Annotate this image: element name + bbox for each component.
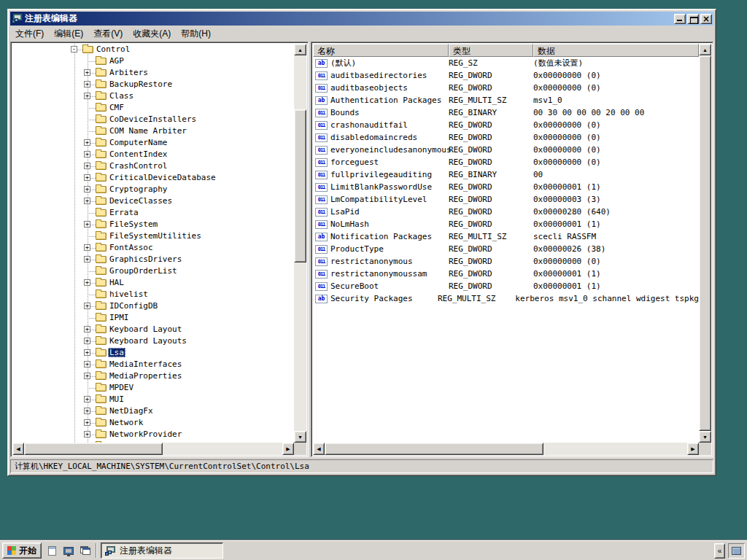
tree-expander-computername[interactable]: + [84,139,90,146]
tree-item-hal[interactable]: HAL [108,278,125,287]
quick-launch-icon-1[interactable] [45,544,58,557]
tree-item-com-name-arbiter[interactable]: COM Name Arbiter [108,126,188,136]
tree-item-hivelist[interactable]: hivelist [108,289,150,299]
tree-item-keyboard-layouts[interactable]: Keyboard Layouts [108,336,188,346]
column-header-data[interactable]: 数据 [533,44,699,57]
tree-horizontal-scrollbar[interactable]: ◀ ▶ [12,443,294,455]
tree-expander-crashcontrol[interactable]: + [84,163,90,169]
tree-item-arbiters[interactable]: Arbiters [108,68,150,77]
maximize-button[interactable] [687,14,699,24]
tree-expander-netdiagfx[interactable]: + [84,408,90,414]
tree-item-errata[interactable]: Errata [108,208,140,217]
tree-item-deviceclasses[interactable]: DeviceClasses [108,196,174,206]
tree-item-grouporderlist[interactable]: GroupOrderList [108,266,179,276]
tree-expander-cryptography[interactable]: + [84,186,90,192]
tree-expander-graphicsdrivers[interactable]: + [84,256,90,262]
tree-expander-keyboard-layouts[interactable]: + [84,338,90,344]
menu-item-view[interactable]: 查看(V) [88,26,128,42]
value-row-restrictanonymoussam[interactable]: 011restrictanonymoussamREG_DWORD0x000000… [313,268,699,280]
tree-item-class[interactable]: Class [108,91,135,101]
scroll-left-arrow-icon[interactable]: ◀ [313,443,325,455]
value-row-lsapid[interactable]: 011LsaPidREG_DWORD0x00000280 (640) [313,206,699,218]
tree-expander-deviceclasses[interactable]: + [84,198,90,204]
tree-expander-lsa[interactable]: + [84,349,90,356]
menu-item-edit[interactable]: 编辑(E) [49,26,88,42]
start-button[interactable]: 开始 [2,542,42,559]
value-row-auditbaseobjects[interactable]: 011auditbaseobjectsREG_DWORD0x00000000 (… [313,82,699,94]
scroll-up-arrow-icon[interactable]: ▲ [699,44,711,55]
tree-expander-criticaldevicedatabase[interactable]: + [84,174,90,181]
tree-expander-mui[interactable]: + [84,396,90,402]
tree-expander-class[interactable]: + [84,93,90,99]
tree-item-keyboard-layout[interactable]: Keyboard Layout [108,324,183,334]
tree-item-contentindex[interactable]: ContentIndex [108,149,169,159]
tree-item-backuprestore[interactable]: BackupRestore [108,79,174,89]
value-row-lmcompatibilitylevel[interactable]: 011LmCompatibilityLevelREG_DWORD0x000000… [313,193,699,206]
menu-item-favorites[interactable]: 收藏夹(A) [128,26,176,42]
tree-item-mpdev[interactable]: MPDEV [108,383,135,392]
list-hscroll-thumb[interactable] [325,443,543,455]
tree-item-ipmi[interactable]: IPMI [108,313,131,322]
tree-expander-mediainterfaces[interactable]: + [84,361,90,368]
tree-expander-mediaproperties[interactable]: + [84,373,90,379]
scroll-left-arrow-icon[interactable]: ◀ [12,443,24,455]
value-row-restrictanonymous[interactable]: 011restrictanonymousREG_DWORD0x00000000 … [313,255,699,268]
tree-item-lsa[interactable]: Lsa [108,348,125,357]
value-row-everyoneincludesanonymous[interactable]: 011everyoneincludesanonymousREG_DWORD0x0… [313,144,699,156]
tree-item-cmf[interactable]: CMF [108,103,125,112]
tree-item-codeviceinstallers[interactable]: CoDeviceInstallers [108,114,198,124]
tree-item-graphicsdrivers[interactable]: GraphicsDrivers [108,254,183,264]
tree-expander-filesystem[interactable]: + [84,221,90,228]
value-row-bounds[interactable]: 011BoundsREG_BINARY00 30 00 00 00 20 00 … [313,106,699,119]
value-row-[interactable]: ab(默认)REG_SZ(数值未设置) [313,57,699,69]
tree-item-fontassoc[interactable]: FontAssoc [108,243,155,252]
tree-expander-hal[interactable]: + [84,279,90,286]
value-row-auditbasedirectories[interactable]: 011auditbasedirectoriesREG_DWORD0x000000… [313,69,699,82]
list-horizontal-scrollbar[interactable]: ◀ ▶ [313,443,699,455]
value-row-notification-packages[interactable]: abNotification PackagesREG_MULTI_SZscecl… [313,230,699,243]
column-header-name[interactable]: 名称 [313,44,449,57]
notification-chevron-icon[interactable]: « [714,543,725,559]
tree-vscroll-thumb[interactable] [294,109,306,262]
value-row-forceguest[interactable]: 011forceguestREG_DWORD0x00000000 (0) [313,156,699,168]
taskbar-task-regedit[interactable]: 注册表编辑器 [101,542,223,559]
value-row-limitblankpassworduse[interactable]: 011LimitBlankPasswordUseREG_DWORD0x00000… [313,181,699,193]
scroll-right-arrow-icon[interactable]: ▶ [687,443,699,455]
scroll-up-arrow-icon[interactable]: ▲ [294,44,306,55]
tree-expander-fontassoc[interactable]: + [84,244,90,251]
tree-item-mui[interactable]: MUI [108,394,125,404]
tree-item-agp[interactable]: AGP [108,56,125,66]
title-bar[interactable]: 注册表编辑器 [10,12,713,26]
list-vertical-scrollbar[interactable]: ▲ ▼ [699,44,711,443]
tree-item-criticaldevicedatabase[interactable]: CriticalDeviceDatabase [108,173,217,182]
tree-expander-backuprestore[interactable]: + [84,81,90,88]
tree-item-networkprovider[interactable]: NetworkProvider [108,429,183,439]
tree-item-mediainterfaces[interactable]: MediaInterfaces [108,359,183,369]
value-row-producttype[interactable]: 011ProductTypeREG_DWORD0x00000026 (38) [313,243,699,255]
scroll-right-arrow-icon[interactable]: ▶ [282,443,294,455]
close-button[interactable] [700,14,712,24]
tree-expander-networkprovider[interactable]: + [84,431,90,438]
quick-launch-icon-3[interactable] [79,544,92,557]
tree-item-mediaproperties[interactable]: MediaProperties [108,371,183,381]
value-row-fullprivilegeauditing[interactable]: 011fullprivilegeauditingREG_BINARY00 [313,168,699,181]
minimize-button[interactable] [674,14,686,24]
tree-expander-network[interactable]: + [84,419,90,426]
tree-item-crashcontrol[interactable]: CrashControl [108,161,169,171]
tray-icon[interactable] [732,547,741,555]
tree-item-network[interactable]: Network [108,418,144,427]
tree-expander-control[interactable]: - [71,46,77,52]
tree-item-cryptography[interactable]: Cryptography [108,184,169,194]
value-row-crashonauditfail[interactable]: 011crashonauditfailREG_DWORD0x00000000 (… [313,119,699,131]
tree-item-filesystemutilities[interactable]: FileSystemUtilities [108,231,203,241]
tree-item-filesystem[interactable]: FileSystem [108,219,159,229]
column-header-type[interactable]: 类型 [449,44,533,57]
tree-item-computername[interactable]: ComputerName [108,138,169,147]
tree-item-control[interactable]: Control [95,44,131,54]
value-row-disabledomaincreds[interactable]: 011disabledomaincredsREG_DWORD0x00000000… [313,131,699,144]
quick-launch-icon-2[interactable] [62,544,75,557]
tree-expander-contentindex[interactable]: + [84,151,90,158]
tree-hscroll-thumb[interactable] [24,443,163,455]
scroll-down-arrow-icon[interactable]: ▼ [699,431,711,443]
value-row-nolmhash[interactable]: 011NoLmHashREG_DWORD0x00000001 (1) [313,218,699,230]
